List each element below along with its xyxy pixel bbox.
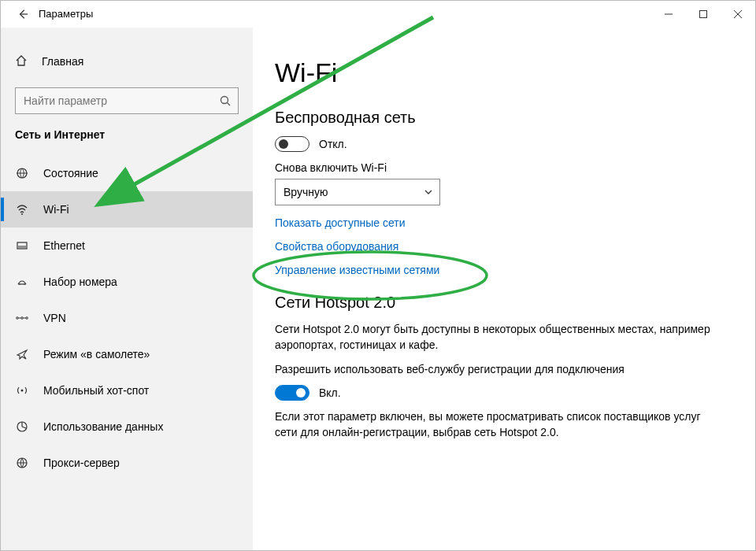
svg-point-17 [21, 390, 24, 392]
sidebar-item-vpn[interactable]: VPN [1, 300, 253, 336]
home-link[interactable]: Главная [1, 46, 253, 76]
svg-point-14 [26, 317, 28, 320]
proxy-icon [15, 457, 29, 469]
sidebar-item-ethernet[interactable]: Ethernet [1, 227, 253, 264]
airplane-mode-icon [15, 348, 29, 361]
svg-point-12 [17, 317, 19, 320]
home-label: Главная [42, 55, 83, 68]
sidebar: Главная Сеть и Интернет Состояние [1, 28, 253, 550]
hotspot-description: Сети Hotspot 2.0 могут быть доступны в н… [275, 321, 716, 353]
sidebar-item-wifi[interactable]: Wi-Fi [1, 191, 253, 227]
data-usage-icon [15, 420, 29, 433]
close-button[interactable] [721, 1, 755, 27]
sidebar-item-label: Wi-Fi [43, 203, 69, 216]
show-networks-link[interactable]: Показать доступные сети [275, 216, 733, 229]
back-button[interactable] [12, 9, 34, 20]
svg-point-10 [19, 283, 20, 285]
sidebar-item-label: Использование данных [43, 420, 163, 433]
sidebar-item-datausage[interactable]: Использование данных [1, 409, 253, 445]
sidebar-item-airplane[interactable]: Режим «в самолете» [1, 336, 253, 372]
sidebar-item-label: Набор номера [43, 276, 117, 288]
minimize-icon [664, 9, 673, 19]
search-input[interactable] [15, 87, 239, 114]
svg-line-5 [228, 103, 231, 106]
reenable-wifi-label: Снова включить Wi-Fi [275, 161, 733, 174]
hotspot-allow-label: Разрешить использовать веб-службу регист… [275, 361, 716, 377]
minimize-button[interactable] [651, 1, 686, 27]
search-field[interactable] [24, 94, 219, 107]
sidebar-item-label: Ethernet [43, 239, 85, 252]
status-icon [15, 167, 29, 179]
hotspot-toggle[interactable] [275, 385, 309, 401]
search-icon [219, 94, 232, 107]
hardware-properties-link[interactable]: Свойства оборудования [275, 240, 733, 253]
reenable-wifi-dropdown[interactable]: Вручную [275, 179, 440, 205]
sidebar-item-label: VPN [43, 312, 66, 324]
svg-point-13 [21, 317, 24, 320]
ethernet-icon [15, 239, 29, 252]
page-title: Wi-Fi [275, 57, 733, 88]
sidebar-item-hotspot[interactable]: Мобильный хот-спот [1, 372, 253, 409]
vpn-icon [15, 313, 29, 323]
svg-rect-1 [700, 10, 707, 17]
sidebar-item-label: Режим «в самолете» [43, 348, 150, 361]
chevron-down-icon [424, 187, 433, 197]
window-controls [651, 1, 755, 27]
content-pane: Wi-Fi Беспроводная сеть Откл. Снова вклю… [253, 28, 755, 550]
wireless-toggle-status: Откл. [319, 138, 347, 150]
sidebar-category: Сеть и Интернет [1, 128, 253, 141]
sidebar-item-label: Состояние [43, 167, 98, 179]
svg-point-4 [221, 97, 228, 104]
home-icon [15, 54, 28, 69]
svg-point-7 [21, 213, 23, 215]
titlebar: Параметры [1, 1, 755, 28]
arrow-left-icon [17, 9, 28, 20]
wireless-heading: Беспроводная сеть [275, 109, 733, 127]
maximize-icon [699, 9, 708, 19]
hotspot-heading: Сети Hotspot 2.0 [275, 294, 733, 312]
hotspot-note: Если этот параметр включен, вы можете пр… [275, 409, 716, 441]
dropdown-value: Вручную [284, 186, 328, 198]
sidebar-item-status[interactable]: Состояние [1, 155, 253, 191]
window-title: Параметры [39, 8, 93, 20]
maximize-button[interactable] [686, 1, 721, 27]
sidebar-item-proxy[interactable]: Прокси-сервер [1, 445, 253, 481]
manage-known-networks-link[interactable]: Управление известными сетями [275, 264, 733, 276]
wireless-toggle[interactable] [275, 136, 309, 152]
sidebar-item-label: Прокси-сервер [43, 457, 120, 469]
dialup-icon [15, 276, 29, 288]
hotspot-icon [15, 384, 29, 397]
svg-point-11 [24, 283, 25, 285]
hotspot-toggle-status: Вкл. [319, 386, 341, 399]
sidebar-item-label: Мобильный хот-спот [43, 384, 149, 397]
sidebar-item-dialup[interactable]: Набор номера [1, 264, 253, 300]
close-icon [733, 9, 743, 19]
wifi-icon [15, 203, 29, 216]
